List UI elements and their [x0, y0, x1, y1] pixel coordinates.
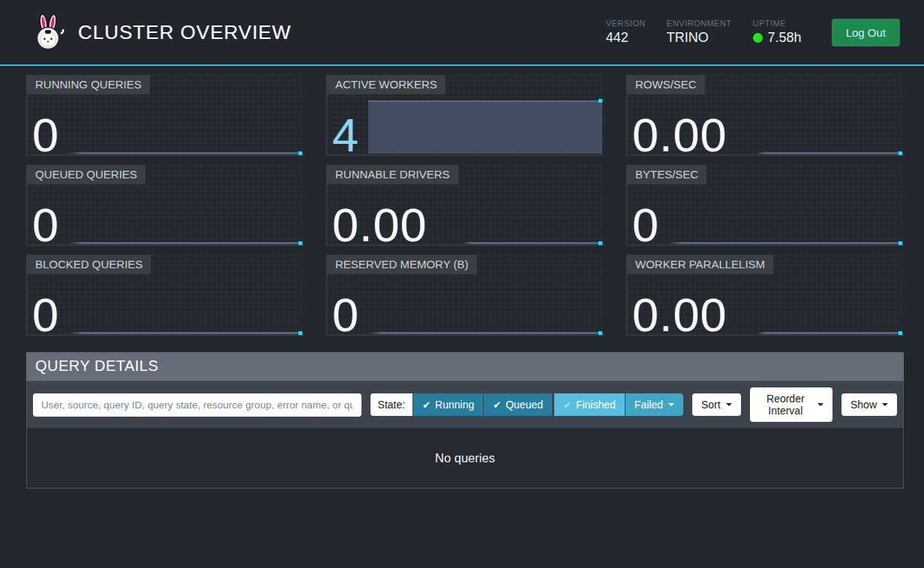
sparkline-chart — [368, 332, 602, 334]
check-icon: ✔ — [563, 399, 572, 411]
query-details-title: QUERY DETAILS — [26, 352, 904, 381]
sparkline-chart — [668, 242, 902, 244]
query-details-panel: State: ✔ Running ✔ Queued ✔ Finished Fai… — [26, 381, 904, 489]
state-filter-group: State: ✔ Running ✔ Queued ✔ Finished Fai… — [370, 393, 683, 416]
state-filter-queued-button[interactable]: ✔ Queued — [484, 393, 552, 416]
check-icon: ✔ — [493, 399, 501, 411]
stat-value-bytes-sec: 0 — [632, 202, 659, 249]
stat-card-active-workers: ACTIVE WORKERS 4 — [326, 75, 604, 156]
query-search-input[interactable] — [33, 393, 362, 417]
state-filter-finished-label: Finished — [576, 399, 616, 411]
stat-card-reserved-memory: RESERVED MEMORY (B) 0 — [326, 255, 604, 336]
stat-label-reserved-memory: RESERVED MEMORY (B) — [327, 255, 477, 274]
stat-value-active-workers: 4 — [332, 112, 359, 159]
state-filter-running-button[interactable]: ✔ Running — [413, 393, 483, 416]
stat-label-active-workers: ACTIVE WORKERS — [327, 75, 446, 94]
query-details-section: QUERY DETAILS State: ✔ Running ✔ Queued … — [26, 352, 904, 489]
stat-value-reserved-memory: 0 — [332, 291, 359, 339]
state-filter-queued-label: Queued — [506, 399, 543, 411]
stat-card-worker-parallelism: WORKER PARALLELISM 0.00 — [626, 255, 904, 336]
meta-environment: ENVIRONMENT TRINO — [667, 19, 732, 46]
stat-card-runnable-drivers: RUNNABLE DRIVERS 0.00 — [326, 165, 604, 246]
stat-card-bytes-sec: BYTES/SEC 0 — [626, 165, 904, 246]
state-filter-failed-label: Failed — [634, 399, 663, 411]
sparkline-chart — [368, 100, 602, 154]
reorder-interval-dropdown-button[interactable]: Reorder Interval — [750, 387, 832, 422]
stat-value-runnable-drivers: 0.00 — [332, 202, 428, 249]
sparkline-chart — [68, 152, 302, 154]
stat-value-running-queries: 0 — [32, 112, 59, 159]
trino-bunny-logo-icon — [30, 13, 66, 51]
stat-label-blocked-queries: BLOCKED QUERIES — [27, 255, 151, 274]
caret-down-icon — [668, 403, 674, 406]
stat-card-rows-sec: ROWS/SEC 0.00 — [626, 75, 904, 156]
caret-down-icon — [882, 403, 888, 406]
stat-value-queued-queries: 0 — [32, 202, 59, 249]
caret-down-icon — [726, 403, 732, 406]
header-meta: VERSION 442 ENVIRONMENT TRINO UPTIME 7.5… — [606, 19, 900, 46]
caret-down-icon — [818, 403, 824, 406]
sparkline-chart — [68, 332, 302, 334]
meta-uptime-text: 7.58h — [768, 30, 802, 46]
stat-card-running-queries: RUNNING QUERIES 0 — [26, 75, 304, 156]
show-dropdown-label: Show — [850, 399, 877, 411]
query-details-toolbar: State: ✔ Running ✔ Queued ✔ Finished Fai… — [27, 381, 903, 428]
header: CLUSTER OVERVIEW VERSION 442 ENVIRONMENT… — [0, 0, 924, 66]
show-dropdown-button[interactable]: Show — [842, 393, 897, 416]
page-title: CLUSTER OVERVIEW — [78, 21, 291, 44]
state-filter-label: State: — [370, 393, 413, 416]
sparkline-chart — [757, 152, 902, 154]
meta-version-value: 442 — [606, 30, 646, 46]
brand-home-link[interactable]: CLUSTER OVERVIEW — [30, 13, 291, 51]
stat-card-blocked-queries: BLOCKED QUERIES 0 — [26, 255, 304, 336]
state-filter-finished-button[interactable]: ✔ Finished — [554, 393, 625, 416]
meta-version-label: VERSION — [606, 19, 646, 28]
stats-grid: RUNNING QUERIES 0 ACTIVE WORKERS 4 ROWS/… — [26, 75, 904, 336]
sparkline-chart — [463, 242, 602, 244]
sort-dropdown-button[interactable]: Sort — [692, 393, 741, 416]
empty-queries-message: No queries — [27, 428, 903, 488]
meta-uptime: UPTIME 7.58h — [753, 19, 802, 46]
state-filter-running-label: Running — [435, 399, 474, 411]
meta-uptime-label: UPTIME — [753, 19, 802, 28]
sparkline-chart — [68, 242, 302, 244]
meta-uptime-value: 7.58h — [753, 30, 802, 46]
reorder-interval-dropdown-label: Reorder Interval — [759, 393, 812, 417]
stat-value-rows-sec: 0.00 — [632, 112, 728, 159]
logout-button[interactable]: Log Out — [832, 19, 900, 46]
stat-label-queued-queries: QUEUED QUERIES — [27, 165, 146, 184]
meta-version: VERSION 442 — [606, 19, 646, 46]
meta-environment-value: TRINO — [667, 30, 732, 46]
stat-label-worker-parallelism: WORKER PARALLELISM — [627, 255, 773, 274]
stat-label-bytes-sec: BYTES/SEC — [627, 165, 706, 184]
toolbar-dropdowns: Sort Reorder Interval Show — [683, 387, 897, 422]
stat-value-blocked-queries: 0 — [32, 291, 59, 339]
state-filter-failed-button[interactable]: Failed — [626, 393, 683, 416]
sort-dropdown-label: Sort — [701, 399, 721, 411]
uptime-status-dot-icon — [753, 33, 763, 43]
meta-environment-label: ENVIRONMENT — [667, 19, 732, 28]
stat-label-rows-sec: ROWS/SEC — [627, 75, 705, 94]
check-icon: ✔ — [422, 399, 430, 411]
stat-label-running-queries: RUNNING QUERIES — [27, 75, 150, 94]
sparkline-chart — [757, 332, 902, 334]
stat-value-worker-parallelism: 0.00 — [632, 291, 728, 339]
stat-label-runnable-drivers: RUNNABLE DRIVERS — [327, 165, 458, 184]
stat-card-queued-queries: QUEUED QUERIES 0 — [26, 165, 304, 246]
